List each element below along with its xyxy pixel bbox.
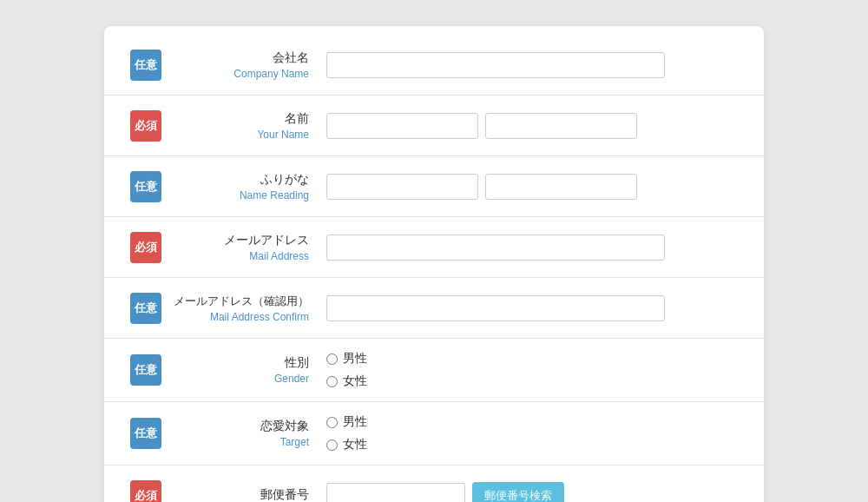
field-label-jp-gender: 性別: [170, 355, 309, 371]
field-label-en-email: Mail Address: [170, 250, 309, 262]
badge-required-email: 必須: [130, 232, 161, 263]
form-row-postal: 必須 郵便番号 郵便番号検索: [104, 466, 764, 502]
form-row-furigana: 任意 ふりがな Name Reading: [104, 156, 764, 217]
field-inputs-name: [326, 113, 738, 139]
badge-optional-target: 任意: [130, 418, 161, 449]
field-label-en-furigana: Name Reading: [170, 189, 309, 201]
field-label-furigana: ふりがな Name Reading: [170, 172, 326, 201]
field-label-jp-postal: 郵便番号: [170, 487, 309, 502]
field-label-email: メールアドレス Mail Address: [170, 233, 326, 262]
form-row-target: 任意 恋愛対象 Target 男性 女性: [104, 402, 764, 466]
field-label-target: 恋愛対象 Target: [170, 419, 326, 448]
badge-required-name: 必須: [130, 110, 161, 142]
target-male-label: 男性: [343, 414, 367, 430]
gender-male-label: 男性: [343, 351, 367, 367]
form-row-name: 必須 名前 Your Name: [104, 96, 764, 156]
field-label-jp-furigana: ふりがな: [170, 172, 309, 188]
badge-optional-gender: 任意: [130, 354, 161, 386]
form-card: 任意 会社名 Company Name 必須 名前 Your Name 任意 ふ…: [104, 26, 764, 502]
field-inputs-gender: 男性 女性: [326, 351, 738, 389]
postal-search-button[interactable]: 郵便番号検索: [472, 482, 564, 502]
field-label-name: 名前 Your Name: [170, 111, 326, 141]
field-label-postal: 郵便番号: [170, 487, 326, 502]
field-inputs-company: [326, 52, 738, 78]
postal-input[interactable]: [326, 483, 465, 502]
target-male-option[interactable]: 男性: [326, 414, 367, 430]
gender-female-option[interactable]: 女性: [326, 373, 367, 389]
field-label-jp-email: メールアドレス: [170, 233, 309, 248]
email-confirm-input[interactable]: [326, 295, 665, 321]
name-last-input[interactable]: [485, 113, 637, 139]
field-inputs-email-confirm: [326, 295, 738, 321]
field-label-jp-target: 恋愛対象: [170, 419, 309, 434]
field-label-jp-name: 名前: [170, 111, 309, 127]
company-input[interactable]: [326, 52, 665, 78]
field-label-en-company: Company Name: [170, 68, 309, 80]
field-label-en-target: Target: [170, 436, 309, 448]
name-first-input[interactable]: [326, 113, 478, 139]
form-row-email: 必須 メールアドレス Mail Address: [104, 217, 764, 278]
field-label-gender: 性別 Gender: [170, 355, 326, 385]
target-female-radio[interactable]: [326, 439, 338, 451]
badge-required-postal: 必須: [130, 480, 161, 502]
gender-female-radio[interactable]: [326, 376, 338, 387]
field-inputs-furigana: [326, 174, 738, 200]
field-label-email-confirm: メールアドレス（確認用） Mail Address Confirm: [170, 294, 326, 323]
target-female-label: 女性: [343, 437, 367, 452]
field-inputs-target: 男性 女性: [326, 414, 738, 452]
gender-radio-group: 男性 女性: [326, 351, 367, 389]
form-row-email-confirm: 任意 メールアドレス（確認用） Mail Address Confirm: [104, 278, 764, 339]
form-row-company: 任意 会社名 Company Name: [104, 35, 764, 96]
form-row-gender: 任意 性別 Gender 男性 女性: [104, 339, 764, 402]
furigana-first-input[interactable]: [326, 174, 478, 200]
badge-optional-email-confirm: 任意: [130, 293, 161, 324]
gender-female-label: 女性: [343, 373, 367, 389]
badge-optional-company: 任意: [130, 50, 161, 81]
target-radio-group: 男性 女性: [326, 414, 367, 452]
field-inputs-postal: 郵便番号検索: [326, 482, 738, 502]
target-male-radio[interactable]: [326, 417, 338, 428]
email-input[interactable]: [326, 234, 665, 261]
field-label-jp-email-confirm: メールアドレス（確認用）: [170, 294, 309, 309]
gender-male-option[interactable]: 男性: [326, 351, 367, 367]
field-inputs-email: [326, 234, 738, 261]
field-label-jp-company: 会社名: [170, 50, 309, 66]
furigana-last-input[interactable]: [485, 174, 637, 200]
field-label-en-email-confirm: Mail Address Confirm: [170, 311, 309, 323]
field-label-company: 会社名 Company Name: [170, 50, 326, 80]
gender-male-radio[interactable]: [326, 353, 338, 365]
badge-optional-furigana: 任意: [130, 171, 161, 202]
field-label-en-gender: Gender: [170, 373, 309, 385]
target-female-option[interactable]: 女性: [326, 437, 367, 452]
field-label-en-name: Your Name: [170, 129, 309, 141]
